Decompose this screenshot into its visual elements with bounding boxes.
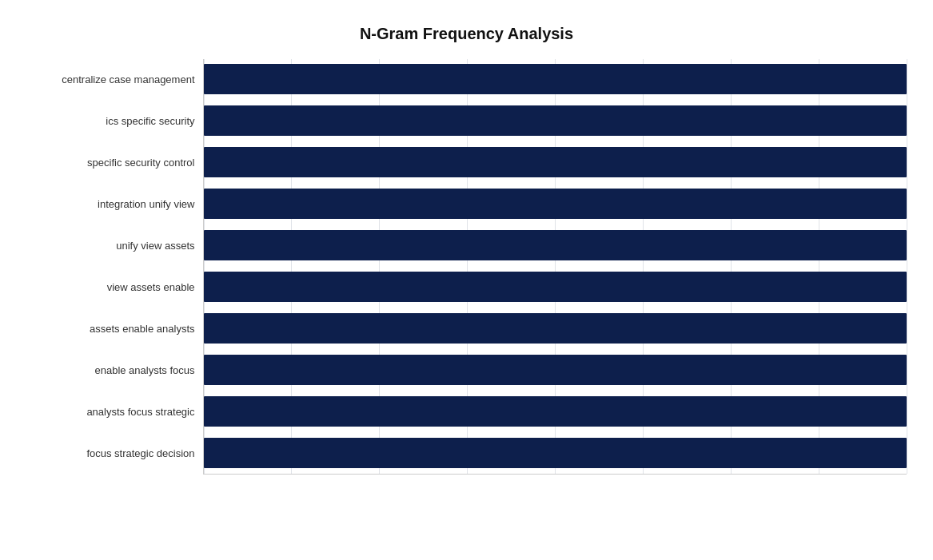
y-label: analysts focus strategic xyxy=(86,391,194,433)
bar xyxy=(204,272,907,302)
bar-row xyxy=(204,391,907,432)
bar xyxy=(204,147,907,177)
bar xyxy=(204,64,907,94)
bar-row xyxy=(204,308,907,349)
chart-container: N-Gram Frequency Analysis centralize cas… xyxy=(11,9,923,552)
y-label: integration unify view xyxy=(98,184,194,225)
y-label: specific security control xyxy=(87,142,194,184)
bar-row xyxy=(204,224,907,266)
bar xyxy=(204,355,907,385)
y-label: assets enable analysts xyxy=(90,308,195,350)
grid-line xyxy=(907,59,907,474)
bar xyxy=(204,230,907,260)
y-label: focus strategic decision xyxy=(86,433,194,475)
bar-row xyxy=(204,349,907,391)
y-label: view assets enable xyxy=(107,267,195,308)
bar-row xyxy=(204,266,907,308)
bar-row xyxy=(204,59,907,101)
y-label: unify view assets xyxy=(116,225,194,267)
bar xyxy=(204,313,907,344)
plot-area xyxy=(203,59,907,475)
bar xyxy=(204,396,907,427)
bar-row xyxy=(204,141,907,183)
y-label: centralize case management xyxy=(62,59,194,101)
bar-row xyxy=(204,183,907,224)
bar xyxy=(204,189,907,219)
y-axis: centralize case managementics specific s… xyxy=(27,59,203,475)
bar-row xyxy=(204,100,907,141)
y-label: enable analysts focus xyxy=(94,350,194,391)
chart-title: N-Gram Frequency Analysis xyxy=(27,25,907,43)
bar xyxy=(204,105,907,136)
bar xyxy=(204,438,907,468)
bars-container xyxy=(204,59,907,474)
bar-row xyxy=(204,432,907,474)
y-label: ics specific security xyxy=(106,101,194,142)
chart-area: centralize case managementics specific s… xyxy=(27,59,907,475)
